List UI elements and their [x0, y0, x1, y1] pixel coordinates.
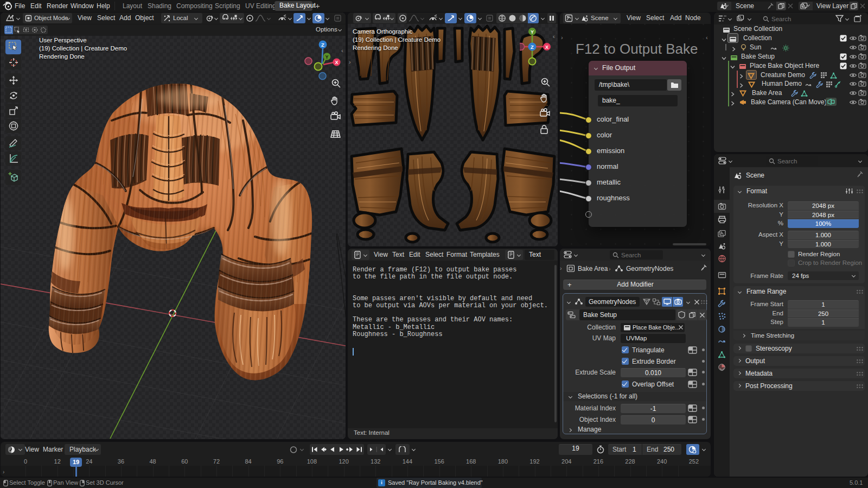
svg-text:Y: Y: [325, 54, 328, 60]
svg-text:Y: Y: [531, 29, 534, 35]
svg-text:Z: Z: [531, 44, 534, 50]
svg-text:X: X: [335, 60, 338, 65]
svg-text:X: X: [545, 45, 548, 50]
svg-text:Z: Z: [321, 42, 324, 48]
